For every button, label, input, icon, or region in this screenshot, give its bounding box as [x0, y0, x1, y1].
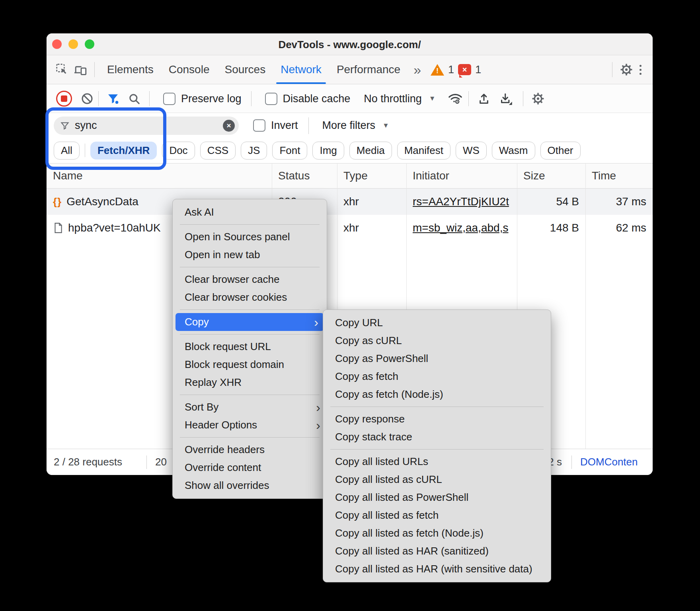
menu-separator	[180, 334, 320, 335]
toggle-device-toolbar-button[interactable]	[71, 59, 90, 80]
menu-item-copy-all-listed-as-har-sensitive[interactable]: Copy all listed as HAR (with sensitive d…	[323, 560, 551, 578]
menu-item-copy-response[interactable]: Copy response	[323, 410, 551, 428]
chip-img[interactable]: Img	[312, 142, 344, 160]
more-tabs-icon[interactable]: »	[408, 62, 427, 78]
menu-item-clear-browser-cache[interactable]: Clear browser cache	[173, 270, 327, 288]
menu-item-open-in-sources-panel[interactable]: Open in Sources panel	[173, 228, 327, 246]
chip-manifest[interactable]: Manifest	[397, 142, 450, 160]
divider	[94, 62, 95, 77]
tab-sources[interactable]: Sources	[217, 55, 273, 84]
menu-item-open-in-new-tab[interactable]: Open in new tab	[173, 246, 327, 264]
request-initiator-link[interactable]: rs=AA2YrTtDjKIU2t	[413, 189, 509, 215]
search-button[interactable]	[128, 93, 140, 105]
menu-item-replay-xhr[interactable]: Replay XHR	[173, 374, 327, 391]
menu-item-copy[interactable]: Copy ›	[175, 313, 324, 331]
chip-media[interactable]: Media	[349, 142, 392, 160]
chip-js[interactable]: JS	[241, 142, 267, 160]
error-icon[interactable]: ×	[458, 64, 471, 75]
record-network-log-button[interactable]	[56, 91, 72, 107]
network-conditions-button[interactable]	[448, 92, 463, 105]
menu-item-copy-all-listed-as-fetch-nodejs[interactable]: Copy all listed as fetch (Node.js)	[323, 524, 551, 542]
chip-css[interactable]: CSS	[200, 142, 236, 160]
menu-item-copy-all-listed-as-har-sanitized[interactable]: Copy all listed as HAR (sanitized)	[323, 542, 551, 560]
device-toolbar-icon	[74, 63, 87, 76]
document-icon	[53, 222, 63, 234]
menu-item-sort-by[interactable]: Sort By ›	[173, 398, 327, 416]
request-time: 62 ms	[585, 215, 646, 241]
menu-item-copy-as-fetch[interactable]: Copy as fetch	[323, 368, 551, 385]
inspect-element-button[interactable]	[53, 59, 71, 80]
more-filters-caret-icon[interactable]: ▼	[382, 122, 389, 130]
menu-item-copy-as-powershell[interactable]: Copy as PowerShell	[323, 350, 551, 368]
menu-item-copy-stack-trace[interactable]: Copy stack trace	[323, 428, 551, 446]
menu-item-copy-url[interactable]: Copy URL	[323, 314, 551, 332]
more-filters-button[interactable]: More filters	[322, 119, 376, 132]
requests-count: 2 / 28 requests	[54, 449, 122, 475]
request-size: 54 B	[517, 189, 579, 215]
column-header-name[interactable]: Name	[53, 163, 83, 188]
error-count: 1	[475, 64, 481, 76]
filter-toggle-button[interactable]	[107, 92, 119, 105]
throttling-select[interactable]: No throttling	[364, 93, 422, 105]
menu-separator	[330, 407, 544, 407]
throttling-caret-icon[interactable]: ▼	[429, 95, 436, 103]
chip-doc[interactable]: Doc	[162, 142, 195, 160]
tab-performance[interactable]: Performance	[329, 55, 408, 84]
preserve-log-checkbox[interactable]	[163, 93, 175, 105]
column-header-type[interactable]: Type	[343, 163, 368, 188]
warning-icon[interactable]: !	[431, 64, 444, 76]
menu-item-clear-browser-cookies[interactable]: Clear browser cookies	[173, 288, 327, 306]
chip-font[interactable]: Font	[272, 142, 307, 160]
invert-checkbox[interactable]	[253, 119, 265, 132]
column-header-time[interactable]: Time	[592, 163, 616, 188]
active-tab-underline	[276, 82, 326, 84]
menu-item-copy-as-curl[interactable]: Copy as cURL	[323, 332, 551, 350]
chip-fetch-xhr[interactable]: Fetch/XHR	[90, 142, 157, 160]
tabbar-right-tools	[607, 59, 645, 80]
import-har-button[interactable]	[478, 92, 490, 105]
filter-input[interactable]: sync ×	[54, 117, 239, 135]
tab-console[interactable]: Console	[161, 55, 217, 84]
divider	[308, 117, 309, 134]
clear-network-log-button[interactable]	[81, 92, 94, 105]
menu-item-header-options[interactable]: Header Options ›	[173, 416, 327, 434]
network-settings-button[interactable]	[531, 92, 545, 105]
submenu-chevron-icon: ›	[314, 316, 318, 329]
column-header-size[interactable]: Size	[523, 163, 545, 188]
clear-filter-icon[interactable]: ×	[223, 120, 235, 132]
column-header-status[interactable]: Status	[278, 163, 310, 188]
invert-label: Invert	[271, 119, 298, 132]
kebab-menu-icon[interactable]	[636, 65, 645, 75]
menu-item-block-request-domain[interactable]: Block request domain	[173, 356, 327, 374]
issue-badges: ! 1 × 1	[431, 64, 481, 76]
tab-network[interactable]: Network	[273, 55, 329, 84]
gear-icon	[531, 92, 545, 105]
table-row[interactable]: {} GetAsyncData 200 xhr rs=AA2YrTtDjKIU2…	[47, 189, 653, 215]
menu-item-block-request-url[interactable]: Block request URL	[173, 338, 327, 356]
settings-button[interactable]	[617, 59, 636, 80]
menu-separator	[180, 224, 320, 225]
menu-item-show-all-overrides[interactable]: Show all overrides	[173, 477, 327, 494]
menu-item-override-headers[interactable]: Override headers	[173, 441, 327, 459]
menu-item-copy-all-listed-as-fetch[interactable]: Copy all listed as fetch	[323, 506, 551, 524]
request-initiator-link[interactable]: m=sb_wiz,aa,abd,s	[413, 215, 508, 241]
chip-wasm[interactable]: Wasm	[492, 142, 535, 160]
search-icon	[128, 93, 140, 105]
menu-item-override-content[interactable]: Override content	[173, 459, 327, 477]
chip-other[interactable]: Other	[540, 142, 581, 160]
menu-item-copy-all-listed-urls[interactable]: Copy all listed URLs	[323, 453, 551, 471]
chip-all[interactable]: All	[54, 142, 80, 160]
table-row[interactable]: hpba?vet=10ahUK xhr m=sb_wiz,aa,abd,s 14…	[47, 215, 653, 241]
network-conditions-icon	[448, 92, 463, 105]
table-header: Name Status Type Initiator Size Time	[47, 163, 653, 189]
column-header-initiator[interactable]: Initiator	[413, 163, 449, 188]
menu-separator	[180, 395, 320, 395]
menu-item-copy-as-fetch-nodejs[interactable]: Copy as fetch (Node.js)	[323, 385, 551, 403]
menu-item-copy-all-listed-as-curl[interactable]: Copy all listed as cURL	[323, 471, 551, 488]
tab-elements[interactable]: Elements	[99, 55, 161, 84]
menu-item-copy-all-listed-as-powershell[interactable]: Copy all listed as PowerShell	[323, 488, 551, 506]
export-har-button[interactable]	[499, 92, 513, 105]
menu-item-ask-ai[interactable]: Ask AI	[173, 203, 327, 221]
disable-cache-checkbox[interactable]	[265, 93, 277, 105]
chip-ws[interactable]: WS	[456, 142, 487, 160]
